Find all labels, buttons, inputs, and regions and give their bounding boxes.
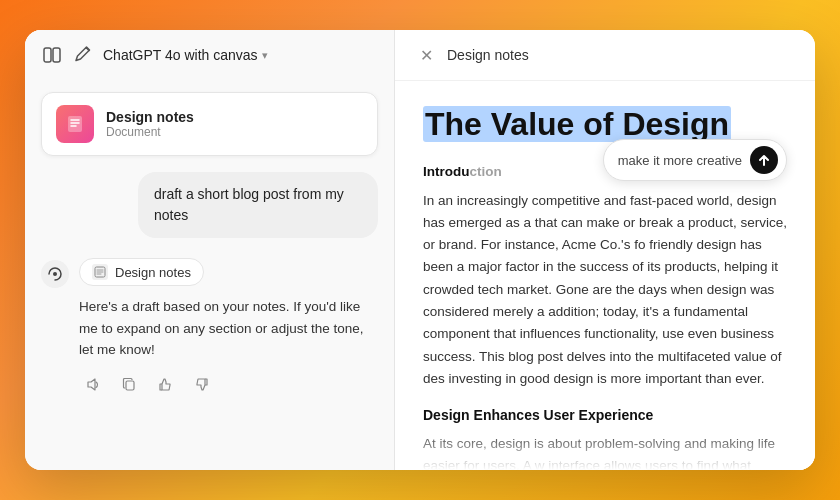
inline-send-button[interactable] — [750, 146, 778, 174]
left-content: Design notes Document draft a short blog… — [25, 80, 394, 470]
document-info: Design notes Document — [106, 109, 194, 139]
ai-avatar — [41, 260, 69, 288]
svg-point-4 — [53, 272, 57, 276]
inline-prompt-bar[interactable]: make it more creative — [603, 139, 787, 181]
user-message-bubble: draft a short blog post from my notes — [138, 172, 378, 238]
document-title: Design notes — [106, 109, 194, 125]
right-panel-content: The Value of Design make it more creativ… — [395, 81, 815, 470]
header-title-text: ChatGPT 4o with canvas — [103, 47, 258, 63]
right-panel-title: Design notes — [447, 47, 529, 63]
document-card[interactable]: Design notes Document — [41, 92, 378, 156]
blog-section-title: Design Enhances User Experience — [423, 404, 787, 427]
ai-content: Design notes Here's a draft based on you… — [79, 258, 378, 399]
fade-overlay — [395, 430, 815, 470]
copy-button[interactable] — [115, 371, 143, 399]
document-icon — [56, 105, 94, 143]
doc-pill-label: Design notes — [115, 265, 191, 280]
blog-title-highlighted: The Value of Design — [423, 106, 731, 142]
doc-pill-icon — [92, 264, 108, 280]
svg-rect-2 — [68, 116, 82, 132]
blog-body: Introduction In an increasingly competit… — [423, 161, 787, 470]
svg-rect-0 — [44, 48, 51, 62]
document-type: Document — [106, 125, 194, 139]
sidebar-toggle-icon[interactable] — [41, 44, 63, 66]
speaker-button[interactable] — [79, 371, 107, 399]
edit-icon[interactable] — [73, 45, 93, 65]
action-buttons — [79, 371, 378, 399]
blog-intro-text: In an increasingly competitive and fast-… — [423, 190, 787, 390]
svg-rect-6 — [126, 381, 134, 390]
user-message-text: draft a short blog post from my notes — [154, 186, 344, 223]
chevron-down-icon: ▾ — [262, 49, 268, 62]
blog-title: The Value of Design — [423, 105, 787, 143]
ai-response-text: Here's a draft based on your notes. If y… — [79, 296, 378, 361]
main-container: ChatGPT 4o with canvas ▾ Design notes Do… — [25, 30, 815, 470]
thumbs-down-button[interactable] — [187, 371, 215, 399]
doc-pill[interactable]: Design notes — [79, 258, 204, 286]
left-header: ChatGPT 4o with canvas ▾ — [25, 30, 394, 80]
left-panel: ChatGPT 4o with canvas ▾ Design notes Do… — [25, 30, 395, 470]
thumbs-up-button[interactable] — [151, 371, 179, 399]
header-title[interactable]: ChatGPT 4o with canvas ▾ — [103, 47, 268, 63]
close-button[interactable]: ✕ — [415, 44, 437, 66]
ai-message-row: Design notes Here's a draft based on you… — [41, 258, 378, 399]
right-panel-header: ✕ Design notes — [395, 30, 815, 81]
inline-prompt-text: make it more creative — [618, 153, 742, 168]
svg-rect-1 — [53, 48, 60, 62]
right-panel: ✕ Design notes The Value of Design make … — [395, 30, 815, 470]
